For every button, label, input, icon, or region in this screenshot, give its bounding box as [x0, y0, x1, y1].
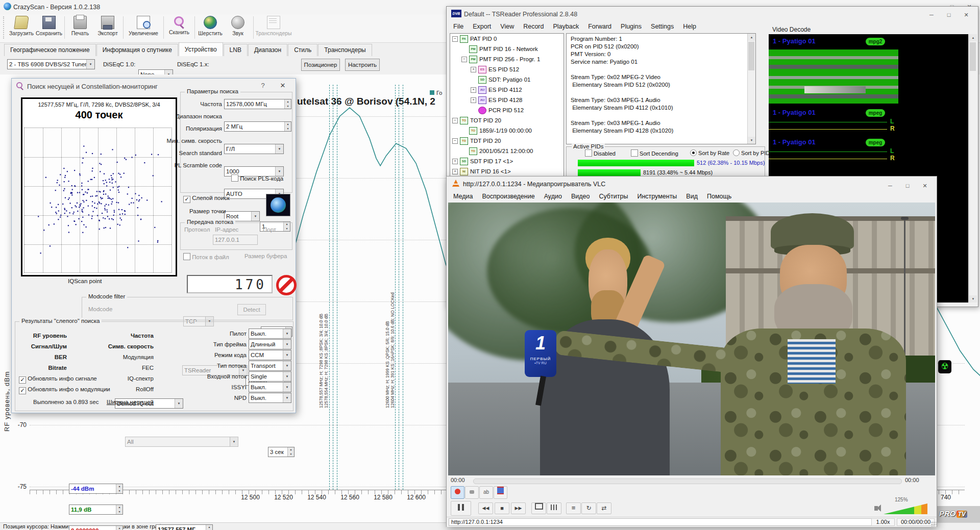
spinner-arrows[interactable]: ▲▼: [284, 122, 291, 131]
menu-item[interactable]: Plugins: [616, 23, 646, 30]
close-icon[interactable]: ✕: [958, 12, 975, 18]
tree-item[interactable]: TO 1859/-1/19 00:00:00: [450, 125, 564, 136]
scroll-up-icon[interactable]: ▲: [969, 34, 977, 41]
spin-up-icon[interactable]: ▲: [116, 505, 122, 510]
menu-item[interactable]: View: [496, 23, 519, 30]
stream-url-field[interactable]: http://127.0.0.1:1234: [449, 518, 873, 526]
tab-geo[interactable]: Географическое положение: [4, 44, 96, 56]
menu-item[interactable]: Forward: [583, 23, 616, 30]
menu-item[interactable]: Медиа: [449, 193, 477, 200]
spinner-arrows[interactable]: ▲▼: [287, 447, 294, 457]
playback-speed[interactable]: 1.00x: [871, 518, 895, 526]
result-row-select[interactable]: Выкл.▼: [249, 329, 291, 339]
minimize-icon[interactable]: ─: [923, 12, 940, 18]
blind-search-checkbox[interactable]: ✓ Слепой поиск: [183, 195, 230, 203]
loop-button[interactable]: ↻: [581, 502, 596, 514]
checkbox-icon[interactable]: ✓: [19, 376, 26, 384]
positioner-button[interactable]: Позиционер: [301, 59, 340, 71]
tree-expander[interactable]: +: [471, 87, 476, 93]
polar-select[interactable]: Г/Л▼: [224, 144, 284, 154]
scroll-down-icon[interactable]: ▼: [748, 137, 755, 144]
menu-item[interactable]: Playback: [548, 23, 583, 30]
spinner-arrows[interactable]: ▲▼: [116, 505, 122, 514]
rf-level-field[interactable]: -44 dBm▲▼: [69, 484, 123, 494]
menu-item[interactable]: Аудио: [540, 193, 567, 200]
tree-expander[interactable]: −: [461, 57, 467, 62]
record-button[interactable]: [451, 486, 464, 499]
tree-expander[interactable]: +: [471, 97, 476, 103]
result-row-select[interactable]: Длинный▼: [249, 339, 291, 349]
pls-search-checkbox[interactable]: Поиск PLS-кода: [231, 174, 283, 182]
spin-down-icon[interactable]: ▼: [287, 452, 294, 457]
menu-item[interactable]: Воспроизведение: [477, 193, 539, 200]
load-button[interactable]: Загрузить: [8, 14, 35, 36]
chevron-down-icon[interactable]: ▼: [283, 350, 291, 360]
export-button[interactable]: Экспорт: [94, 14, 121, 36]
result-row-select[interactable]: Single▼: [249, 371, 291, 382]
chevron-down-icon[interactable]: ▼: [283, 361, 291, 370]
menu-item[interactable]: Инструменты: [632, 193, 681, 200]
tuner-select[interactable]: 2 - TBS 6908 DVBS/S2 Tuner 0▼: [7, 59, 95, 69]
video-decode-scrollbar[interactable]: ▲ ▼: [969, 34, 977, 302]
snapshot-button[interactable]: [465, 486, 479, 499]
sort-descending-checkbox[interactable]: Sort Decending: [631, 149, 678, 157]
tree-item[interactable]: PM PMT PID 16 - Network: [450, 44, 564, 54]
radio-icon[interactable]: [690, 149, 697, 156]
chevron-down-icon[interactable]: ▼: [86, 60, 94, 69]
scroll-up-icon[interactable]: ▲: [748, 34, 755, 41]
tree-expander[interactable]: −: [452, 118, 458, 123]
loop-ab-button[interactable]: ab: [479, 486, 493, 499]
scan-button[interactable]: Сканить: [165, 14, 193, 35]
tree-item[interactable]: PCR PID 512: [450, 105, 564, 115]
video-thumbnail[interactable]: [769, 49, 898, 104]
menu-item[interactable]: Помощь: [702, 193, 736, 200]
tree-item[interactable]: + AU ES PID 4112: [450, 85, 564, 95]
tree-expander[interactable]: +: [452, 169, 458, 174]
minimize-icon[interactable]: ─: [881, 183, 899, 189]
tree-expander[interactable]: +: [452, 159, 458, 164]
tree-item[interactable]: − PA PAT PID 0: [450, 34, 564, 44]
spin-up-icon[interactable]: ▲: [284, 122, 291, 127]
ber-field[interactable]: 0,0000000▲▼: [69, 525, 123, 530]
service-name[interactable]: 1 - Pyatigo 01: [773, 138, 816, 146]
spin-up-icon[interactable]: ▲: [284, 99, 291, 104]
tree-item[interactable]: + AU ES PID 4128: [450, 95, 564, 105]
resize-grip[interactable]: [931, 521, 936, 526]
menu-item[interactable]: Export: [468, 23, 496, 30]
extended-settings-button[interactable]: [547, 502, 561, 514]
stop-sign-icon[interactable]: [276, 275, 297, 295]
checkbox-icon[interactable]: ✓: [183, 196, 190, 203]
result-row-select[interactable]: CCM▼: [249, 350, 291, 360]
save-button[interactable]: Сохранить: [35, 14, 63, 36]
chevron-down-icon[interactable]: ▼: [283, 329, 291, 338]
tree-item[interactable]: TD 2001/05/21 12:00:00: [450, 146, 564, 156]
stop-button[interactable]: ■: [495, 502, 509, 514]
maximize-icon[interactable]: □: [940, 12, 958, 18]
tab-device[interactable]: Устройство: [179, 42, 223, 56]
fullscreen-button[interactable]: [531, 502, 546, 514]
menu-item[interactable]: Record: [519, 23, 548, 30]
spinner-arrows[interactable]: ▲▼: [284, 99, 291, 109]
snr-field[interactable]: 11,9 dB▲▼: [69, 504, 123, 515]
close-icon[interactable]: ✕: [916, 183, 934, 189]
video-frame[interactable]: 1 ПЕРВЫЙ •TV RU: [448, 203, 935, 475]
tab-lnb[interactable]: LNB: [224, 44, 248, 56]
close-icon[interactable]: ✕: [278, 82, 287, 89]
tree-item[interactable]: + NI NIT PID 16 <1>: [450, 166, 564, 176]
chevron-down-icon[interactable]: ▼: [283, 393, 291, 402]
tree-item[interactable]: SD SDT: Pyatigo 01: [450, 74, 564, 85]
tree-item[interactable]: − PM PMT PID 256 - Progr. 1: [450, 54, 564, 64]
tree-item[interactable]: + ES ES PID 512: [450, 64, 564, 74]
tree-item[interactable]: − TO TOT PID 20: [450, 115, 564, 125]
spin-up-icon[interactable]: ▲: [116, 484, 122, 489]
freq-stepper[interactable]: 12578,000 МГц▲▼: [224, 99, 291, 109]
menu-item[interactable]: Settings: [646, 23, 678, 30]
menu-item[interactable]: Help: [678, 23, 701, 30]
checkbox-icon[interactable]: [631, 149, 638, 157]
spin-down-icon[interactable]: ▼: [116, 510, 122, 514]
chevron-down-icon[interactable]: ▼: [251, 212, 259, 221]
service-name[interactable]: 1 - Pyatigo 01: [773, 37, 816, 45]
spin-up-icon[interactable]: ▲: [287, 447, 294, 452]
spinner-arrows[interactable]: ▲▼: [116, 526, 122, 530]
checkbox-icon[interactable]: [183, 253, 190, 260]
